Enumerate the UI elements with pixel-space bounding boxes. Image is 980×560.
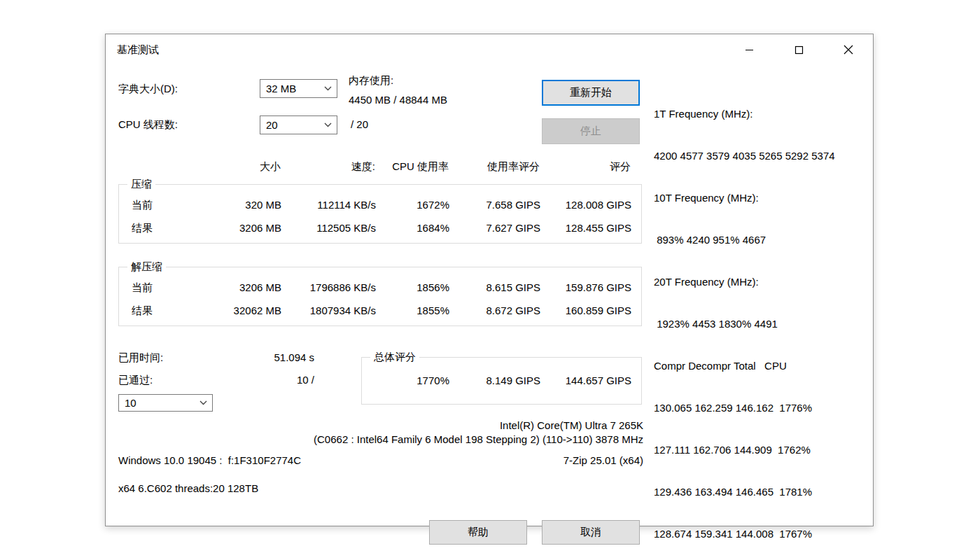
size-value: 320 MB <box>197 193 281 216</box>
cpu-threads-total: / 20 <box>351 118 368 132</box>
benchmark-log: 1T Frequency (MHz): 4200 4577 3579 4035 … <box>654 79 867 560</box>
stop-button-label: 停止 <box>580 125 601 138</box>
usage-rating-value: 8.615 GIPS <box>449 276 540 299</box>
close-button[interactable] <box>823 34 873 65</box>
decompression-group-label: 解压缩 <box>127 260 166 274</box>
log-line: 893% 4240 951% 4667 <box>654 233 867 247</box>
close-icon <box>844 45 853 55</box>
log-line: 128.674 159.341 144.008 1767% <box>654 527 867 541</box>
titlebar: 基准测试 <box>106 34 873 65</box>
passes-label: 已通过: <box>118 373 153 387</box>
usage-rating-value: 7.627 GIPS <box>449 216 540 239</box>
table-row: 结果 32062 MB 1807934 KB/s 1855% 8.672 GIP… <box>119 299 641 322</box>
compression-rows: 当前 320 MB 112114 KB/s 1672% 7.658 GIPS 1… <box>119 185 641 239</box>
dialog-content: 字典大小(D): 32 MB 内存使用: 4450 MB / 48844 MB … <box>106 65 874 527</box>
row-label: 结果 <box>119 299 197 322</box>
log-line: 130.065 162.259 146.162 1776% <box>654 401 867 415</box>
log-line: 4200 4577 3579 4035 5265 5292 5374 <box>654 149 867 163</box>
total-rating-group-label: 总体评分 <box>370 350 419 364</box>
row-label: 结果 <box>119 216 197 239</box>
passes-row: 已通过: 10 / <box>118 373 314 387</box>
elapsed-time-row: 已用时间: 51.094 s <box>118 351 314 365</box>
maximize-icon <box>794 46 804 55</box>
header-speed: 速度: <box>281 160 375 174</box>
compression-group-label: 压缩 <box>127 177 155 191</box>
header-usage-rating: 使用率评分 <box>449 160 540 174</box>
log-line: 127.111 162.706 144.909 1762% <box>654 443 867 457</box>
dictionary-size-select[interactable]: 32 MB <box>260 79 337 98</box>
cpu-usage-value: 1856% <box>376 276 449 299</box>
os-version-row: Windows 10.0 19045 : f:1F310F2774C 7-Zip… <box>118 454 643 468</box>
header-size: 大小 <box>197 160 281 174</box>
cpu-info-block: Intel(R) Core(TM) Ultra 7 265K (C0662 : … <box>118 419 643 447</box>
cpu-details: (C0662 : Intel64 Family 6 Model 198 Step… <box>118 433 643 447</box>
maximize-button[interactable] <box>774 34 824 65</box>
usage-rating-value: 7.658 GIPS <box>449 193 540 216</box>
dictionary-size-label: 字典大小(D): <box>118 82 178 96</box>
cancel-button[interactable]: 取消 <box>542 520 640 545</box>
log-line: 129.436 163.494 146.465 1781% <box>654 485 867 499</box>
memory-usage-value: 4450 MB / 48844 MB <box>349 93 447 107</box>
help-button[interactable]: 帮助 <box>429 520 527 545</box>
cpu-usage-value: 1684% <box>376 216 449 239</box>
restart-button[interactable]: 重新开始 <box>542 80 640 106</box>
window-controls <box>724 34 873 65</box>
speed-value: 112114 KB/s <box>281 193 376 216</box>
size-value: 3206 MB <box>197 276 281 299</box>
build-info: x64 6.C602 threads:20 128TB <box>118 482 258 496</box>
results-table-header: 大小 速度: CPU 使用率 使用率评分 评分 <box>118 160 631 174</box>
passes-value: 10 / <box>297 373 314 387</box>
size-value: 32062 MB <box>197 299 281 322</box>
rating-value: 159.876 GIPS <box>540 276 631 299</box>
minimize-icon <box>745 46 754 55</box>
log-line: 1T Frequency (MHz): <box>654 107 867 121</box>
minimize-button[interactable] <box>724 34 774 65</box>
header-cpu-usage: CPU 使用率 <box>375 160 449 174</box>
rating-value: 128.008 GIPS <box>540 193 631 216</box>
table-row: 当前 3206 MB 1796886 KB/s 1856% 8.615 GIPS… <box>119 276 641 299</box>
chevron-down-icon <box>324 122 332 127</box>
cancel-button-label: 取消 <box>580 526 601 539</box>
header-empty <box>118 160 197 174</box>
cpu-threads-select[interactable]: 20 <box>260 115 337 134</box>
rating-value: 160.859 GIPS <box>540 299 631 322</box>
log-line: 10T Frequency (MHz): <box>654 191 867 205</box>
dictionary-size-value: 32 MB <box>266 83 296 94</box>
speed-value: 112505 KB/s <box>281 216 376 239</box>
total-rating-group: 总体评分 1770% 8.149 GIPS 144.657 GIPS <box>361 357 642 405</box>
decompression-rows: 当前 3206 MB 1796886 KB/s 1856% 8.615 GIPS… <box>119 267 641 322</box>
row-label: 当前 <box>119 193 197 216</box>
size-value: 3206 MB <box>197 216 281 239</box>
cpu-usage-value: 1855% <box>376 299 449 322</box>
rating-value: 128.455 GIPS <box>540 216 631 239</box>
cpu-name: Intel(R) Core(TM) Ultra 7 265K <box>118 419 643 433</box>
chevron-down-icon <box>324 86 332 91</box>
total-rating-value: 144.657 GIPS <box>540 369 631 392</box>
elapsed-time-value: 51.094 s <box>274 351 314 365</box>
total-rating-row: 1770% 8.149 GIPS 144.657 GIPS <box>362 369 641 392</box>
passes-select[interactable]: 10 <box>118 394 213 412</box>
passes-select-value: 10 <box>125 397 136 409</box>
restart-button-label: 重新开始 <box>570 86 612 99</box>
os-version: Windows 10.0 19045 : f:1F310F2774C <box>118 454 301 468</box>
usage-rating-value: 8.672 GIPS <box>449 299 540 322</box>
table-row: 当前 320 MB 112114 KB/s 1672% 7.658 GIPS 1… <box>119 193 641 216</box>
window-title: 基准测试 <box>117 34 159 65</box>
help-button-label: 帮助 <box>468 526 489 539</box>
total-cpu-usage-value: 1770% <box>362 369 449 392</box>
app-version: 7-Zip 25.01 (x64) <box>564 454 643 468</box>
stop-button: 停止 <box>542 118 640 144</box>
cpu-usage-value: 1672% <box>376 193 449 216</box>
total-usage-rating-value: 8.149 GIPS <box>449 369 540 392</box>
memory-usage-label: 内存使用: <box>349 74 393 88</box>
decompression-group: 解压缩 当前 3206 MB 1796886 KB/s 1856% 8.615 … <box>118 267 642 326</box>
elapsed-time-label: 已用时间: <box>118 351 163 365</box>
compression-group: 压缩 当前 320 MB 112114 KB/s 1672% 7.658 GIP… <box>118 184 642 244</box>
benchmark-dialog: 基准测试 字典大小(D): 32 MB 内存使用: 4450 MB / 4884… <box>105 34 874 526</box>
log-line: 1923% 4453 1830% 4491 <box>654 317 867 331</box>
log-line: 20T Frequency (MHz): <box>654 275 867 289</box>
row-label: 当前 <box>119 276 197 299</box>
cpu-threads-label: CPU 线程数: <box>118 118 178 132</box>
cpu-threads-value: 20 <box>266 119 278 131</box>
speed-value: 1796886 KB/s <box>281 276 376 299</box>
